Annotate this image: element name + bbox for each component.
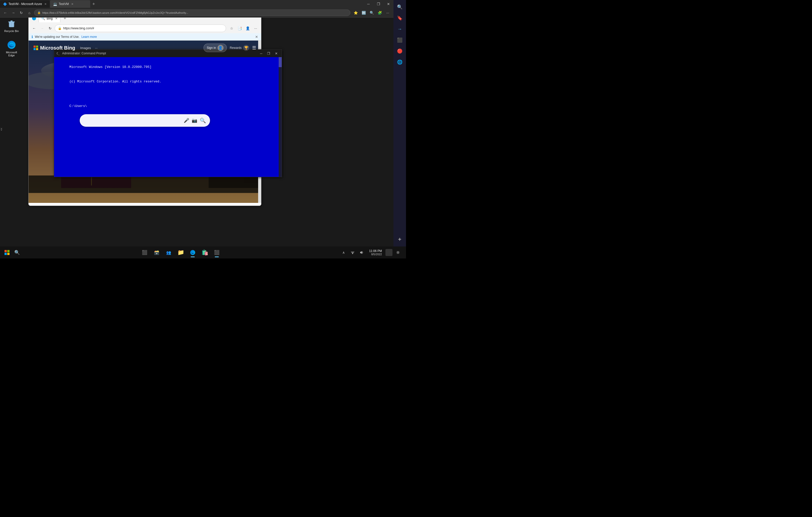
zoom-icon[interactable]: 🔍 xyxy=(368,9,375,16)
network-icon-svg xyxy=(351,250,355,254)
bing-nav-right: Sign in 👤 Rewards 🏆 ☰ xyxy=(203,43,256,52)
forward-button[interactable]: → xyxy=(38,25,46,32)
svg-rect-40 xyxy=(352,253,353,254)
bing-camera-icon[interactable]: 📷 xyxy=(192,118,197,123)
sidebar-edge-button[interactable]: 🌐 xyxy=(395,57,405,67)
bing-search-input[interactable] xyxy=(84,119,181,122)
taskbar-search-button[interactable]: 🔍 xyxy=(12,247,22,257)
taskview-icon: ⬛ xyxy=(142,250,147,255)
settings-button[interactable] xyxy=(394,248,402,256)
sidebar-navigate-button[interactable]: → xyxy=(395,24,405,34)
fav-collections-icon[interactable]: 📑 xyxy=(236,25,243,32)
cmd-close-button[interactable]: ✕ xyxy=(273,51,280,56)
svg-rect-1 xyxy=(10,21,12,22)
settings-icon-svg xyxy=(396,250,400,254)
taskbar-show-btn[interactable]: >> xyxy=(0,128,3,131)
bing-logo: Microsoft Bing xyxy=(34,45,75,51)
sidebar-apps-button[interactable]: ⬛ xyxy=(395,35,405,45)
teams-icon: 👥 xyxy=(166,250,171,255)
outer-url-text: https://bst-c375b4cb-e48d-b6ba3dc52fbf.b… xyxy=(42,11,347,14)
taskbar-app-file-manager[interactable]: 📁 xyxy=(175,247,186,258)
taskbar-app-edge[interactable] xyxy=(187,247,198,258)
bing-search-area: 🎤 📷 🔍 xyxy=(80,114,210,127)
bing-searchbox[interactable]: 🎤 📷 🔍 xyxy=(80,114,210,127)
bing-nav-images[interactable]: Images xyxy=(80,46,91,50)
bing-notification-bar: ℹ We're updating our Terms of Use. Learn… xyxy=(29,33,261,40)
extensions-icon[interactable]: 🧩 xyxy=(376,9,383,16)
tab-close-azure[interactable]: ✕ xyxy=(45,2,47,6)
outer-url-bar[interactable]: 🔒 https://bst-c375b4cb-e48d-b6ba3dc52fbf… xyxy=(34,9,350,16)
desktop-icon-edge[interactable]: Microsoft Edge xyxy=(1,39,22,58)
read-aloud-icon[interactable]: 🔤 xyxy=(360,9,368,16)
outer-forward-button[interactable]: → xyxy=(10,9,17,16)
svg-rect-36 xyxy=(7,250,9,252)
systray-volume-icon[interactable] xyxy=(358,248,366,256)
cmd-scrollbar[interactable] xyxy=(279,57,282,177)
systray-network-icon[interactable] xyxy=(349,248,357,256)
sidebar-search-button[interactable]: 🔍 xyxy=(395,2,405,12)
sign-in-button[interactable]: Sign in 👤 xyxy=(203,43,227,52)
close-button[interactable]: ✕ xyxy=(383,0,394,8)
outer-refresh-button[interactable]: ↻ xyxy=(18,9,25,16)
tab-icon-testvm: 💻 xyxy=(53,2,57,6)
window-controls: ─ ❐ ✕ xyxy=(364,0,394,8)
tab-testvm[interactable]: 💻 TestVM ✕ xyxy=(50,0,90,8)
learn-more-link[interactable]: Learn more xyxy=(82,35,97,38)
new-tab-button[interactable]: + xyxy=(90,1,97,7)
cmd-maximize-button[interactable]: ❐ xyxy=(265,51,272,56)
outer-back-button[interactable]: ← xyxy=(2,9,8,16)
edge-taskbar-icon xyxy=(190,250,196,255)
favorites-icon[interactable]: ☆ xyxy=(228,25,235,32)
url-bar[interactable]: 🔒 https://www.bing.com/# xyxy=(55,25,226,32)
minimize-button[interactable]: ─ xyxy=(364,0,373,8)
desktop-icon-recycle-bin[interactable]: Recycle Bin xyxy=(1,18,22,34)
tab-icon-azure: 🔷 xyxy=(3,2,7,6)
favorites-icon-outer[interactable]: ⭐ xyxy=(352,9,359,16)
url-text: https://www.bing.com/# xyxy=(63,27,223,30)
svg-rect-41 xyxy=(351,252,354,253)
sidebar-office-button[interactable]: 🔴 xyxy=(395,46,405,56)
start-button[interactable] xyxy=(2,247,12,257)
bing-nav-more[interactable]: ··· xyxy=(95,46,98,50)
refresh-button[interactable]: ↻ xyxy=(47,25,54,32)
more-actions-icon[interactable]: ··· xyxy=(252,25,259,32)
outer-home-button[interactable]: ⌂ xyxy=(26,9,33,16)
taskbar-app-terminal[interactable]: ⬛ xyxy=(211,247,222,258)
sign-in-text: Sign in xyxy=(207,46,216,50)
edge-label: Microsoft Edge xyxy=(2,51,21,57)
taskbar-clock[interactable]: 11:06 PM 8/5/2022 xyxy=(367,249,384,256)
back-button[interactable]: ← xyxy=(31,25,37,32)
notification-button[interactable] xyxy=(385,249,393,256)
sidebar-bookmark-button[interactable]: 🔖 xyxy=(395,13,405,23)
rewards-button[interactable]: Rewards 🏆 xyxy=(230,45,249,51)
taskbar: 🔍 ⬛ 🗃️ 👥 📁 xyxy=(0,246,406,258)
systray-chevron[interactable]: ∧ xyxy=(340,248,348,256)
bing-mic-icon[interactable]: 🎤 xyxy=(184,118,189,123)
svg-rect-42 xyxy=(351,251,354,252)
hamburger-menu-icon[interactable]: ☰ xyxy=(252,45,256,51)
svg-rect-32 xyxy=(29,176,261,193)
maximize-button[interactable]: ❐ xyxy=(373,0,383,8)
volume-icon-svg xyxy=(360,250,364,254)
taskbar-app-taskview[interactable]: ⬛ xyxy=(139,247,150,258)
tab-close-testvm[interactable]: ✕ xyxy=(71,2,74,6)
bing-nav: Images ··· xyxy=(80,46,97,50)
taskbar-app-widgets[interactable]: 🗃️ xyxy=(151,247,162,258)
outer-browser-titlebar: 🔷 TestVM - Microsoft Azure ✕ 💻 TestVM ✕ … xyxy=(0,0,394,8)
store-icon: 🛍️ xyxy=(202,249,208,256)
systray: ∧ xyxy=(340,248,366,256)
bing-search-icon[interactable]: 🔍 xyxy=(200,118,206,123)
sidebar-add-button[interactable]: + xyxy=(395,235,405,244)
svg-rect-37 xyxy=(4,253,7,255)
user-profile-icon[interactable]: 👤 xyxy=(244,25,251,32)
taskbar-app-store[interactable]: 🛍️ xyxy=(199,247,210,258)
taskbar-app-teams[interactable]: 👥 xyxy=(163,247,174,258)
more-tools-icon[interactable]: ··· xyxy=(384,9,392,16)
bing-sq-red xyxy=(34,45,36,48)
bing-sq-yellow xyxy=(36,48,38,50)
file-manager-icon: 📁 xyxy=(177,249,184,256)
bing-sq-green xyxy=(36,45,38,48)
cmd-scrollbar-thumb xyxy=(279,57,282,67)
notification-close-icon[interactable]: ✕ xyxy=(255,35,258,39)
tab-testvm-azure[interactable]: 🔷 TestVM - Microsoft Azure ✕ xyxy=(0,0,50,8)
